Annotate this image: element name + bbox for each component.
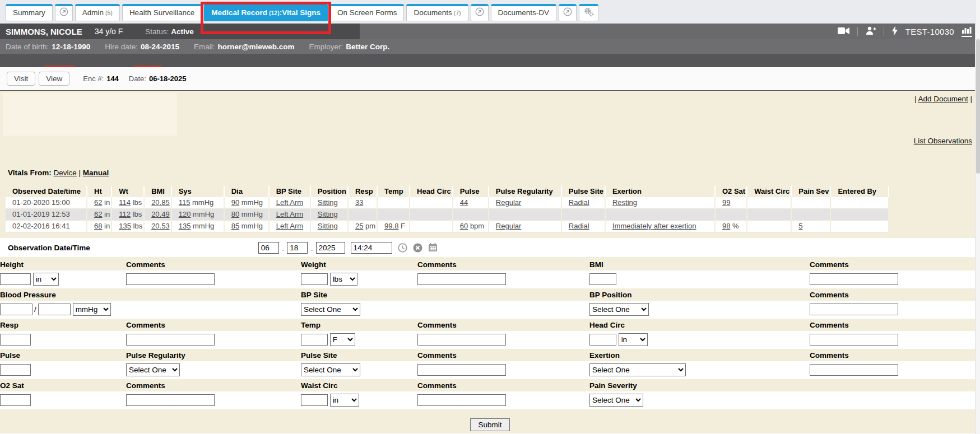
height-comments-input[interactable] bbox=[126, 273, 215, 285]
bp-systolic-input[interactable] bbox=[0, 304, 32, 315]
cell-link[interactable]: Resting bbox=[612, 198, 637, 207]
tab-health-surveillance[interactable]: Health Surveillance bbox=[122, 4, 202, 21]
cell-link[interactable]: 85 bbox=[231, 222, 239, 230]
exertion-comments-input[interactable] bbox=[810, 364, 898, 376]
cell-link[interactable]: 5 bbox=[798, 222, 802, 230]
vitals-from-device-link[interactable]: Device bbox=[54, 169, 77, 177]
settings-button[interactable] bbox=[579, 4, 598, 21]
cell-link[interactable]: 98 bbox=[722, 222, 730, 230]
cell-link[interactable]: 20.49 bbox=[151, 210, 170, 218]
tab-documents-dv[interactable]: Documents-DV bbox=[491, 4, 557, 21]
obs-time-input[interactable] bbox=[351, 242, 392, 254]
temp-unit-select[interactable]: F bbox=[330, 333, 355, 346]
submit-button[interactable]: Submit bbox=[470, 418, 509, 431]
temp-input[interactable] bbox=[301, 334, 328, 346]
cell-link[interactable]: 20.53 bbox=[151, 222, 170, 230]
vertical-scrollbar[interactable] bbox=[975, 0, 980, 434]
pulse-site-select[interactable]: Select One bbox=[301, 363, 360, 376]
o2-sat-comments-input[interactable] bbox=[126, 394, 215, 406]
height-unit-select[interactable]: in bbox=[33, 273, 59, 286]
bmi-comments-input[interactable] bbox=[810, 273, 898, 285]
cell-link[interactable]: 114 bbox=[119, 198, 131, 207]
bp-site-select[interactable]: Select One bbox=[301, 303, 360, 316]
cell-link[interactable]: Left Arm bbox=[276, 198, 303, 207]
weight-input[interactable] bbox=[301, 273, 328, 285]
cell-link[interactable]: Sitting bbox=[318, 198, 338, 207]
bmi-input[interactable] bbox=[589, 273, 616, 285]
resp-input[interactable] bbox=[0, 334, 31, 346]
cell-link[interactable]: 60 bbox=[460, 222, 468, 230]
list-observations-link[interactable]: List Observations bbox=[914, 137, 972, 145]
bp-comments-input[interactable] bbox=[810, 304, 898, 315]
waist-circ-input[interactable] bbox=[301, 394, 328, 406]
obs-year-input[interactable] bbox=[316, 242, 345, 254]
cell-link[interactable]: 90 bbox=[231, 198, 239, 207]
cell-link[interactable]: 20.85 bbox=[151, 198, 170, 207]
weight-unit-select[interactable]: lbs bbox=[330, 273, 357, 286]
lightning-bolt-icon[interactable] bbox=[891, 26, 898, 38]
popout-button[interactable] bbox=[471, 4, 489, 21]
resp-comments-input[interactable] bbox=[126, 334, 215, 346]
pulse-input[interactable] bbox=[0, 364, 31, 376]
tab-admin[interactable]: Admin(5) bbox=[75, 4, 120, 21]
waist-circ-unit-select[interactable]: in bbox=[330, 394, 359, 407]
cell-link[interactable]: 25 bbox=[355, 222, 363, 230]
pain-severity-select[interactable]: Select One bbox=[589, 394, 643, 407]
cell-link[interactable]: Left Arm bbox=[276, 222, 303, 230]
pulse-regularity-select[interactable]: Select One bbox=[126, 363, 180, 376]
cell-link[interactable]: 115 bbox=[179, 198, 191, 207]
calendar-icon[interactable] bbox=[428, 243, 438, 252]
clock-icon[interactable] bbox=[398, 243, 407, 253]
cell-link[interactable]: 135 bbox=[179, 222, 191, 230]
cell-link[interactable]: 68 bbox=[94, 222, 102, 230]
cell-link[interactable]: 80 bbox=[231, 210, 239, 218]
cell-link[interactable]: Radial bbox=[569, 198, 589, 207]
scrollbar-thumb[interactable] bbox=[976, 39, 980, 174]
cell-link[interactable]: 62 bbox=[94, 198, 102, 207]
cell-link[interactable]: Immediately after exertion bbox=[612, 222, 696, 230]
bp-position-select[interactable]: Select One bbox=[589, 303, 649, 316]
bar-chart-icon[interactable] bbox=[962, 26, 972, 37]
obs-day-input[interactable] bbox=[287, 242, 308, 254]
popout-button[interactable] bbox=[559, 4, 577, 21]
cell-link[interactable]: 112 bbox=[119, 210, 131, 218]
cell-link[interactable]: Sitting bbox=[318, 210, 338, 218]
add-person-icon[interactable] bbox=[865, 26, 876, 37]
exertion-select[interactable]: Select One bbox=[589, 363, 686, 376]
tab-medical-record[interactable]: Medical Record(12):Vital Signs bbox=[204, 4, 328, 21]
visit-button[interactable]: Visit bbox=[7, 72, 35, 86]
head-circ-comments-input[interactable] bbox=[810, 334, 898, 346]
cell-link[interactable]: Left Arm bbox=[276, 210, 303, 218]
head-circ-unit-select[interactable]: in bbox=[619, 333, 648, 346]
o2-sat-input[interactable] bbox=[0, 394, 31, 406]
bp-diastolic-input[interactable] bbox=[38, 304, 71, 315]
temp-comments-input[interactable] bbox=[417, 334, 506, 346]
cell-link[interactable]: 99.8 bbox=[384, 222, 398, 230]
cell-link[interactable]: 99 bbox=[722, 198, 730, 207]
head-circ-input[interactable] bbox=[589, 334, 616, 346]
video-camera-icon[interactable] bbox=[838, 27, 850, 36]
cell-link[interactable]: 62 bbox=[94, 210, 102, 218]
cell-link[interactable]: Sitting bbox=[318, 222, 338, 230]
obs-month-input[interactable] bbox=[258, 242, 279, 254]
cell-link[interactable]: 44 bbox=[460, 198, 468, 207]
tab-documents[interactable]: Documents(7) bbox=[406, 4, 468, 21]
add-document-link[interactable]: Add Document bbox=[918, 95, 968, 103]
popout-button[interactable] bbox=[55, 4, 73, 21]
height-input[interactable] bbox=[0, 273, 31, 285]
cell-link[interactable]: Regular bbox=[496, 198, 522, 207]
clear-x-icon[interactable] bbox=[413, 243, 422, 253]
pulse-comments-input[interactable] bbox=[417, 364, 506, 376]
bp-unit-select[interactable]: mmHg bbox=[73, 303, 111, 316]
cell-link[interactable]: 33 bbox=[355, 198, 363, 207]
vitals-from-manual-link[interactable]: Manual bbox=[83, 169, 109, 177]
tab-summary[interactable]: Summary bbox=[6, 4, 53, 21]
cell-link[interactable]: 135 bbox=[119, 222, 131, 230]
view-button[interactable]: View bbox=[39, 72, 69, 86]
cell-link[interactable]: Regular bbox=[496, 222, 522, 230]
tab-on-screen-forms[interactable]: On Screen Forms bbox=[330, 4, 405, 21]
cell-link[interactable]: Radial bbox=[569, 222, 589, 230]
waist-circ-comments-input[interactable] bbox=[417, 394, 506, 406]
cell-link[interactable]: 120 bbox=[179, 210, 191, 218]
weight-comments-input[interactable] bbox=[417, 273, 506, 285]
